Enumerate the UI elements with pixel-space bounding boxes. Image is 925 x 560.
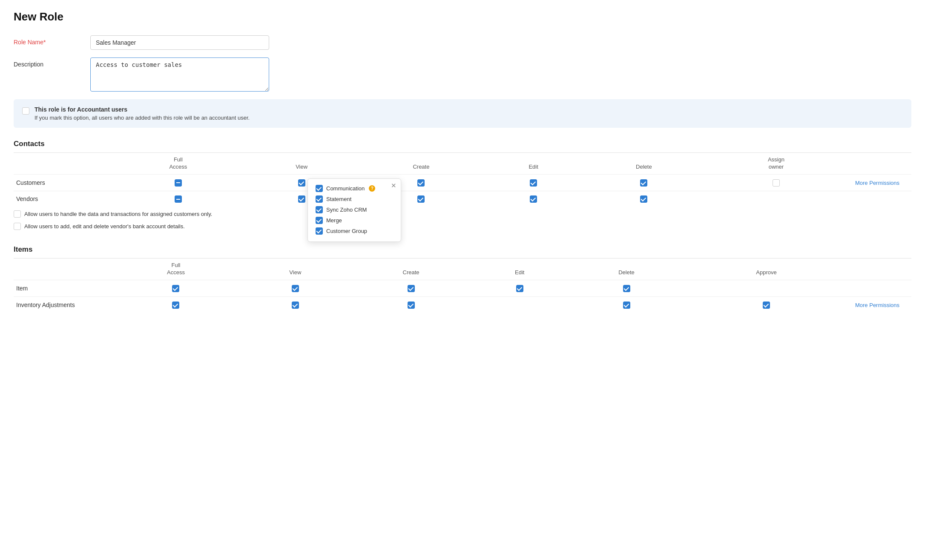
page-title: New Role — [14, 10, 911, 23]
items-col-label — [14, 258, 107, 280]
inv-adj-approve-checkbox[interactable] — [763, 302, 770, 309]
vendors-delete-checkbox[interactable] — [640, 195, 647, 203]
vendors-create-checkbox[interactable] — [417, 195, 425, 203]
items-title: Items — [14, 245, 911, 258]
table-row: Item — [14, 280, 911, 297]
items-table: FullAccess View Create Edit Delete Appro… — [14, 258, 911, 313]
role-name-label: Role Name* — [14, 35, 90, 46]
items-col-more — [843, 258, 911, 280]
allow-assigned-customers-checkbox[interactable] — [14, 210, 21, 218]
customers-delete-checkbox[interactable] — [640, 179, 647, 187]
contacts-col-more — [843, 153, 911, 174]
vendors-label: Vendors — [14, 191, 107, 207]
accountant-title: This role is for Accountant users — [34, 106, 250, 113]
contacts-col-edit: Edit — [488, 153, 578, 174]
allow-vendor-bank-checkbox[interactable] — [14, 223, 21, 230]
contacts-col-assign-owner: Assignowner — [709, 153, 843, 174]
contacts-section: Contacts FullAccess View Create Edit Del… — [14, 140, 911, 232]
inv-adj-delete-checkbox[interactable] — [623, 302, 630, 309]
popup-item-communication: Communication ? — [316, 185, 393, 192]
allow-vendor-bank-label: Allow users to add, edit and delete vend… — [24, 223, 185, 230]
inv-adj-view-checkbox[interactable] — [292, 302, 299, 309]
description-input[interactable]: Access to customer sales — [90, 57, 269, 92]
customer-group-label: Customer Group — [326, 228, 367, 234]
customers-edit-checkbox[interactable] — [530, 179, 537, 187]
items-col-view: View — [244, 258, 346, 280]
item-full-access-checkbox[interactable] — [172, 285, 179, 292]
contacts-col-delete: Delete — [579, 153, 709, 174]
more-permissions-popup: ✕ Communication ? Statement Sync Zoho CR… — [307, 178, 401, 242]
inv-adj-more-permissions-link[interactable]: More Permissions — [855, 302, 899, 308]
customers-assign-owner-checkbox[interactable] — [773, 179, 780, 187]
item-label: Item — [14, 280, 107, 297]
items-col-full-access: FullAccess — [107, 258, 244, 280]
items-col-edit: Edit — [476, 258, 563, 280]
vendors-edit-checkbox[interactable] — [530, 195, 537, 203]
merge-label: Merge — [326, 217, 342, 224]
statement-checkbox[interactable] — [316, 195, 323, 203]
sync-zoho-crm-checkbox[interactable] — [316, 206, 323, 213]
items-section: Items FullAccess View Create Edit Delete… — [14, 245, 911, 313]
vendors-view-checkbox[interactable] — [298, 195, 305, 203]
contacts-col-view: View — [249, 153, 354, 174]
popup-item-merge: Merge — [316, 217, 393, 224]
customers-create-checkbox[interactable] — [417, 179, 425, 187]
items-col-approve: Approve — [689, 258, 843, 280]
statement-label: Statement — [326, 196, 351, 202]
sync-zoho-crm-label: Sync Zoho CRM — [326, 207, 367, 213]
popup-item-customer-group: Customer Group — [316, 227, 393, 235]
allow-row-1: Allow users to handle the data and trans… — [14, 207, 911, 219]
items-col-delete: Delete — [563, 258, 689, 280]
communication-label: Communication — [326, 185, 365, 192]
customers-more-permissions-link[interactable]: More Permissions — [855, 180, 899, 186]
info-icon[interactable]: ? — [369, 185, 375, 192]
contacts-col-label — [14, 153, 107, 174]
table-row: Vendors — [14, 191, 911, 207]
contacts-col-create: Create — [354, 153, 488, 174]
item-edit-checkbox[interactable] — [516, 285, 523, 292]
description-label: Description — [14, 57, 90, 68]
accountant-box: This role is for Accountant users If you… — [14, 99, 911, 128]
contacts-table: FullAccess View Create Edit Delete Assig… — [14, 153, 911, 207]
table-row: Customers More Permissions — [14, 174, 911, 191]
role-name-input[interactable] — [90, 35, 269, 50]
contacts-title: Contacts — [14, 140, 911, 153]
customer-group-checkbox[interactable] — [316, 227, 323, 235]
allow-assigned-customers-label: Allow users to handle the data and trans… — [24, 211, 212, 217]
inventory-adjustments-label: Inventory Adjustments — [14, 296, 107, 313]
inv-adj-full-access-checkbox[interactable] — [172, 302, 179, 309]
table-row: Inventory Adjustments More Permissions — [14, 296, 911, 313]
item-create-checkbox[interactable] — [408, 285, 415, 292]
communication-checkbox[interactable] — [316, 185, 323, 192]
popup-item-sync-zoho: Sync Zoho CRM — [316, 206, 393, 213]
item-delete-checkbox[interactable] — [623, 285, 630, 292]
contacts-col-full-access: FullAccess — [107, 153, 249, 174]
accountant-subtitle: If you mark this option, all users who a… — [34, 115, 250, 121]
customers-view-checkbox[interactable] — [298, 179, 305, 187]
popup-close-button[interactable]: ✕ — [391, 182, 396, 189]
items-col-create: Create — [346, 258, 476, 280]
inv-adj-create-checkbox[interactable] — [408, 302, 415, 309]
item-view-checkbox[interactable] — [292, 285, 299, 292]
allow-row-2: Allow users to add, edit and delete vend… — [14, 219, 911, 232]
customers-full-access-checkbox[interactable] — [175, 179, 182, 187]
accountant-checkbox[interactable] — [22, 107, 29, 115]
merge-checkbox[interactable] — [316, 217, 323, 224]
popup-item-statement: Statement — [316, 195, 393, 203]
customers-label: Customers — [14, 174, 107, 191]
vendors-full-access-checkbox[interactable] — [175, 195, 182, 203]
